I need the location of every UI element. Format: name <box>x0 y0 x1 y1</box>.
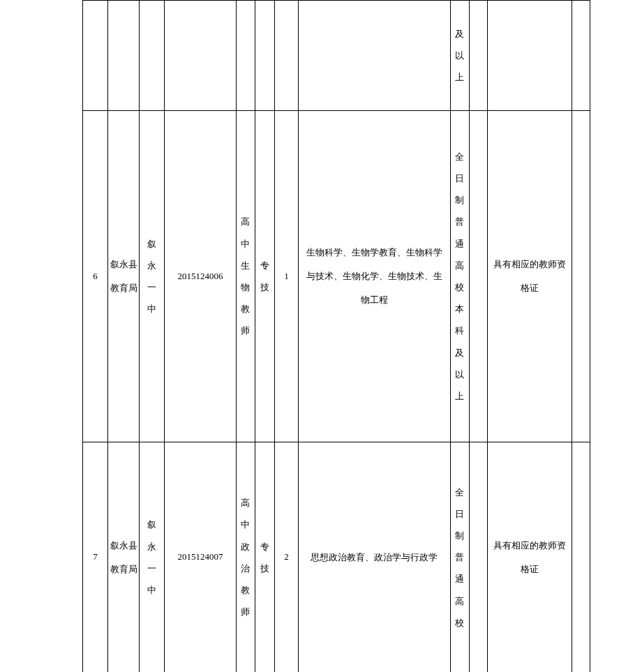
cell-idx: 6 <box>83 111 108 442</box>
cell-idx: 7 <box>83 442 108 673</box>
cell-degree <box>470 1 488 111</box>
cell-unit <box>140 1 165 111</box>
cell-requirement <box>487 1 572 111</box>
cell-type: 专技 <box>255 442 275 673</box>
cell-code <box>165 1 236 111</box>
cell-dept <box>108 1 140 111</box>
table-row: 6 叙永县教育局 叙永一中 2015124006 高中生物教师 专技 1 生物科… <box>83 111 590 442</box>
cell-major: 生物科学、生物学教育、生物科学与技术、生物化学、生物技术、生物工程 <box>299 111 450 442</box>
cell-dept: 叙永县教育局 <box>108 111 140 442</box>
cell-dept: 叙永县教育局 <box>108 442 140 673</box>
cell-position: 高中政治教师 <box>236 442 255 673</box>
cell-education: 全日制普通高校本科及以上 <box>450 111 470 442</box>
cell-last <box>572 442 590 673</box>
cell-degree <box>470 111 488 442</box>
recruitment-table: 及以上 6 叙永县教育局 叙永一中 2015124006 高中生物教师 专技 1… <box>82 0 590 672</box>
cell-code: 2015124007 <box>165 442 236 673</box>
cell-qty: 1 <box>274 111 298 442</box>
cell-code: 2015124006 <box>165 111 236 442</box>
cell-last <box>572 1 590 111</box>
cell-type: 专技 <box>255 111 275 442</box>
cell-idx <box>83 1 108 111</box>
cell-unit: 叙永一中 <box>140 442 165 673</box>
cell-position: 高中生物教师 <box>236 111 255 442</box>
cell-position <box>236 1 255 111</box>
cell-type <box>255 1 275 111</box>
cell-education: 及以上 <box>450 1 470 111</box>
cell-education: 全日制普通高校 <box>450 442 470 673</box>
page-container: 及以上 6 叙永县教育局 叙永一中 2015124006 高中生物教师 专技 1… <box>0 0 642 672</box>
table-row: 7 叙永县教育局 叙永一中 2015124007 高中政治教师 专技 2 思想政… <box>83 442 590 673</box>
table-row: 及以上 <box>83 1 590 111</box>
cell-requirement: 具有相应的教师资格证 <box>487 111 572 442</box>
cell-major: 思想政治教育、政治学与行政学 <box>299 442 450 673</box>
cell-degree <box>470 442 488 673</box>
cell-qty: 2 <box>274 442 298 673</box>
cell-unit: 叙永一中 <box>140 111 165 442</box>
cell-requirement: 具有相应的教师资格证 <box>487 442 572 673</box>
cell-last <box>572 111 590 442</box>
cell-qty <box>274 1 298 111</box>
cell-major <box>299 1 450 111</box>
